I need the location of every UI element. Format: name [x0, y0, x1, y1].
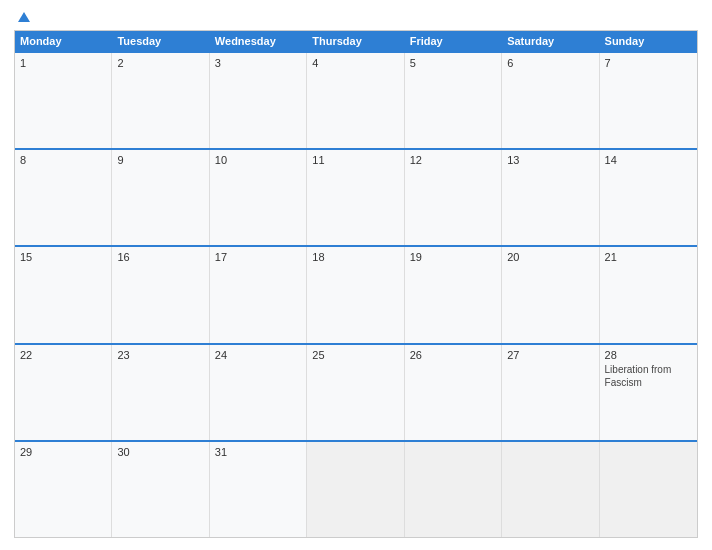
- day-cell: 17: [210, 247, 307, 342]
- day-number: 15: [20, 251, 106, 263]
- day-number: 19: [410, 251, 496, 263]
- col-header-thursday: Thursday: [307, 31, 404, 51]
- day-cell: 7: [600, 53, 697, 148]
- day-cell: 8: [15, 150, 112, 245]
- week-row-2: 891011121314: [15, 148, 697, 245]
- day-number: 11: [312, 154, 398, 166]
- day-cell: 15: [15, 247, 112, 342]
- col-header-tuesday: Tuesday: [112, 31, 209, 51]
- calendar-page: MondayTuesdayWednesdayThursdayFridaySatu…: [0, 0, 712, 550]
- week-row-3: 15161718192021: [15, 245, 697, 342]
- day-cell: 10: [210, 150, 307, 245]
- day-cell: 24: [210, 345, 307, 440]
- day-number: 13: [507, 154, 593, 166]
- day-cell: 3: [210, 53, 307, 148]
- day-number: 14: [605, 154, 692, 166]
- logo-triangle-icon: [18, 12, 30, 22]
- logo: [14, 12, 30, 22]
- day-cell: 30: [112, 442, 209, 537]
- day-cell: 21: [600, 247, 697, 342]
- col-header-monday: Monday: [15, 31, 112, 51]
- day-cell: 12: [405, 150, 502, 245]
- day-cell: 1: [15, 53, 112, 148]
- day-number: 6: [507, 57, 593, 69]
- day-cell: 26: [405, 345, 502, 440]
- day-number: 30: [117, 446, 203, 458]
- week-row-5: 293031: [15, 440, 697, 537]
- day-cell: 4: [307, 53, 404, 148]
- day-cell: 31: [210, 442, 307, 537]
- day-event: Liberation from Fascism: [605, 363, 692, 389]
- day-cell: 20: [502, 247, 599, 342]
- day-cell: 28Liberation from Fascism: [600, 345, 697, 440]
- col-header-sunday: Sunday: [600, 31, 697, 51]
- day-number: 31: [215, 446, 301, 458]
- day-cell: 29: [15, 442, 112, 537]
- day-cell: 11: [307, 150, 404, 245]
- col-header-friday: Friday: [405, 31, 502, 51]
- day-cell: 16: [112, 247, 209, 342]
- day-cell: [307, 442, 404, 537]
- day-number: 2: [117, 57, 203, 69]
- day-number: 9: [117, 154, 203, 166]
- day-number: 1: [20, 57, 106, 69]
- day-number: 3: [215, 57, 301, 69]
- day-number: 24: [215, 349, 301, 361]
- day-number: 29: [20, 446, 106, 458]
- day-number: 20: [507, 251, 593, 263]
- day-number: 17: [215, 251, 301, 263]
- day-cell: [405, 442, 502, 537]
- day-number: 7: [605, 57, 692, 69]
- day-number: 18: [312, 251, 398, 263]
- day-cell: 25: [307, 345, 404, 440]
- day-number: 25: [312, 349, 398, 361]
- day-cell: 2: [112, 53, 209, 148]
- column-headers: MondayTuesdayWednesdayThursdayFridaySatu…: [15, 31, 697, 51]
- day-cell: [600, 442, 697, 537]
- day-number: 22: [20, 349, 106, 361]
- day-number: 5: [410, 57, 496, 69]
- day-cell: [502, 442, 599, 537]
- day-cell: 13: [502, 150, 599, 245]
- day-cell: 22: [15, 345, 112, 440]
- day-number: 8: [20, 154, 106, 166]
- day-cell: 14: [600, 150, 697, 245]
- col-header-wednesday: Wednesday: [210, 31, 307, 51]
- day-number: 28: [605, 349, 692, 361]
- day-cell: 9: [112, 150, 209, 245]
- day-number: 4: [312, 57, 398, 69]
- day-cell: 19: [405, 247, 502, 342]
- day-cell: 6: [502, 53, 599, 148]
- day-number: 12: [410, 154, 496, 166]
- day-number: 26: [410, 349, 496, 361]
- day-number: 27: [507, 349, 593, 361]
- day-cell: 18: [307, 247, 404, 342]
- week-row-4: 22232425262728Liberation from Fascism: [15, 343, 697, 440]
- day-cell: 27: [502, 345, 599, 440]
- day-number: 23: [117, 349, 203, 361]
- day-number: 10: [215, 154, 301, 166]
- calendar-grid: MondayTuesdayWednesdayThursdayFridaySatu…: [14, 30, 698, 538]
- col-header-saturday: Saturday: [502, 31, 599, 51]
- day-number: 21: [605, 251, 692, 263]
- day-cell: 5: [405, 53, 502, 148]
- header: [14, 12, 698, 22]
- weeks-container: 1234567891011121314151617181920212223242…: [15, 51, 697, 537]
- day-number: 16: [117, 251, 203, 263]
- week-row-1: 1234567: [15, 51, 697, 148]
- day-cell: 23: [112, 345, 209, 440]
